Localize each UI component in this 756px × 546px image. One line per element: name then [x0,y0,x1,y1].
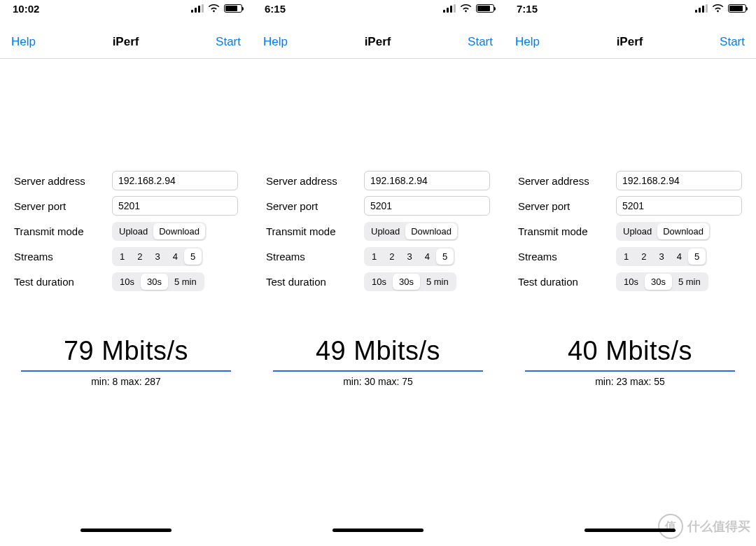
battery-icon [224,4,242,13]
test-duration-option[interactable]: 5 min [672,274,707,290]
watermark: 值 什么值得买 [658,514,750,539]
battery-icon [476,4,494,13]
test-duration-option[interactable]: 10s [617,274,645,290]
server-address-label: Server address [14,175,112,187]
streams-option[interactable]: 2 [635,248,652,265]
streams-option[interactable]: 3 [652,248,670,265]
cellular-signal-icon [443,4,456,13]
nav-bar: HelpiPerfStart [0,25,252,59]
result-divider [273,370,483,372]
result-block: 79 Mbits/smin: 8 max: 287 [0,336,252,387]
streams-option[interactable]: 4 [671,248,688,265]
nav-bar: HelpiPerfStart [252,25,504,59]
test-duration-option[interactable]: 5 min [420,274,455,290]
test-duration-label: Test duration [266,276,364,288]
screen-panel: 10:02HelpiPerfStartServer addressServer … [0,0,252,546]
streams-option[interactable]: 4 [419,248,436,265]
battery-icon [728,4,746,13]
result-block: 40 Mbits/smin: 23 max: 55 [504,336,756,387]
streams-label: Streams [266,251,364,262]
transmit-mode-label: Transmit mode [14,225,112,237]
nav-title: iPerf [617,35,643,49]
streams-option[interactable]: 5 [184,248,202,265]
streams-option[interactable]: 5 [436,248,454,265]
test-duration-option[interactable]: 10s [113,274,141,290]
home-indicator [80,528,172,532]
status-bar: 10:02 [0,0,252,14]
status-icons [191,4,242,13]
help-button[interactable]: Help [11,35,36,49]
server-address-label: Server address [518,175,616,187]
help-button[interactable]: Help [515,35,540,49]
screen-panel: 7:15HelpiPerfStartServer addressServer p… [504,0,756,546]
status-bar: 6:15 [252,0,504,14]
result-divider [21,370,231,372]
streams-segmented: 12345 [112,247,203,266]
server-port-input[interactable] [364,196,490,216]
test-duration-option[interactable]: 30s [393,274,420,290]
streams-option[interactable]: 3 [400,248,418,265]
nav-title: iPerf [365,35,391,49]
transmit-mode-option[interactable]: Download [153,223,205,239]
server-address-input[interactable] [112,171,238,190]
settings-form: Server addressServer portTransmit modeUp… [0,59,252,294]
test-duration-label: Test duration [518,276,616,288]
test-duration-segmented: 10s30s5 min [616,272,708,291]
speed-value: 49 Mbits/s [273,336,483,366]
streams-segmented: 12345 [364,247,455,266]
server-port-input[interactable] [112,196,238,216]
watermark-badge: 值 [658,514,683,539]
server-port-label: Server port [518,200,616,212]
status-icons [443,4,494,13]
transmit-mode-segmented: UploadDownload [364,222,458,241]
streams-option[interactable]: 4 [167,248,184,265]
streams-option[interactable]: 1 [617,248,635,265]
settings-form: Server addressServer portTransmit modeUp… [252,59,504,294]
start-button[interactable]: Start [216,35,241,49]
server-port-input[interactable] [616,196,742,216]
test-duration-option[interactable]: 30s [645,274,672,290]
watermark-text: 什么值得买 [687,518,750,535]
streams-option[interactable]: 3 [148,248,166,265]
help-button[interactable]: Help [263,35,288,49]
screen-panel: 6:15HelpiPerfStartServer addressServer p… [252,0,504,546]
speed-value: 40 Mbits/s [525,336,735,366]
streams-option[interactable]: 2 [131,248,148,265]
test-duration-option[interactable]: 30s [141,274,168,290]
server-address-input[interactable] [364,171,490,190]
streams-option[interactable]: 5 [688,248,706,265]
transmit-mode-option[interactable]: Download [657,223,709,239]
status-time: 7:15 [517,3,538,15]
server-address-input[interactable] [616,171,742,190]
cellular-signal-icon [191,4,204,13]
test-duration-option[interactable]: 10s [365,274,393,290]
start-button[interactable]: Start [468,35,493,49]
streams-segmented: 12345 [616,247,707,266]
test-duration-label: Test duration [14,276,112,288]
status-time: 6:15 [265,3,286,15]
test-duration-option[interactable]: 5 min [168,274,203,290]
minmax-text: min: 23 max: 55 [525,376,735,387]
streams-option[interactable]: 1 [113,248,131,265]
result-divider [525,370,735,372]
transmit-mode-label: Transmit mode [518,225,616,237]
status-time: 10:02 [13,3,39,15]
server-port-label: Server port [266,200,364,212]
streams-option[interactable]: 2 [383,248,400,265]
wifi-icon [208,4,220,13]
transmit-mode-option[interactable]: Upload [617,223,657,239]
result-block: 49 Mbits/smin: 30 max: 75 [252,336,504,387]
speed-value: 79 Mbits/s [21,336,231,366]
transmit-mode-option[interactable]: Upload [113,223,153,239]
transmit-mode-option[interactable]: Upload [365,223,405,239]
transmit-mode-option[interactable]: Download [405,223,457,239]
test-duration-segmented: 10s30s5 min [112,272,204,291]
start-button[interactable]: Start [720,35,745,49]
streams-option[interactable]: 1 [365,248,383,265]
nav-title: iPerf [113,35,139,49]
cellular-signal-icon [695,4,708,13]
wifi-icon [712,4,724,13]
nav-bar: HelpiPerfStart [504,25,756,59]
transmit-mode-segmented: UploadDownload [616,222,710,241]
wifi-icon [460,4,472,13]
